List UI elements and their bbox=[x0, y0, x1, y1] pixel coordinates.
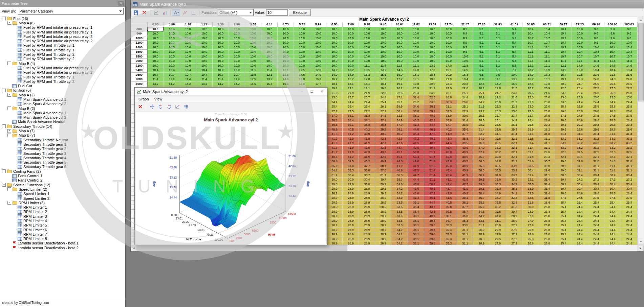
map-cell[interactable]: 40.5 bbox=[343, 127, 359, 132]
map-cell[interactable]: 24.4 bbox=[621, 218, 638, 223]
map-cell[interactable]: 31.8 bbox=[539, 196, 555, 200]
map-cell[interactable]: 10.7 bbox=[555, 54, 572, 59]
map-cell[interactable]: 5.1 bbox=[490, 63, 506, 68]
map-cell[interactable]: 51.5 bbox=[424, 164, 441, 168]
map-cell[interactable]: 10.0 bbox=[375, 27, 391, 31]
map-cell[interactable]: 24.0 bbox=[588, 77, 604, 82]
map-cell[interactable]: 11.1 bbox=[522, 50, 539, 54]
map-cell[interactable]: 24.4 bbox=[621, 100, 638, 104]
map-cell[interactable]: 10.0 bbox=[294, 41, 310, 45]
map-cell[interactable]: 32.1 bbox=[506, 141, 522, 146]
map-cell[interactable]: 28.9 bbox=[343, 196, 359, 200]
map-cell[interactable]: 12.5 bbox=[245, 77, 261, 82]
map-cell[interactable]: 18.4 bbox=[604, 68, 621, 73]
map-cell[interactable]: 33.5 bbox=[391, 223, 408, 228]
map-cell[interactable]: 24.4 bbox=[588, 209, 604, 214]
map-cell[interactable]: 15.3 bbox=[261, 81, 277, 86]
col-header[interactable]: 8.28 bbox=[359, 22, 375, 27]
map-cell[interactable]: 30.0 bbox=[522, 205, 539, 210]
map-cell[interactable]: 11.4 bbox=[539, 59, 555, 64]
map-cell[interactable]: 31.1 bbox=[522, 132, 539, 137]
map-cell[interactable]: 24.4 bbox=[604, 209, 621, 214]
minus-expander-icon[interactable]: - bbox=[7, 62, 11, 65]
map-cell[interactable]: 26.5 bbox=[621, 81, 638, 86]
map-cell[interactable]: 16.0 bbox=[408, 68, 424, 73]
map-cell[interactable]: 13.2 bbox=[261, 77, 277, 82]
map-cell[interactable]: 31.4 bbox=[408, 95, 424, 100]
map-cell[interactable]: 20.9 bbox=[539, 86, 555, 91]
map-cell[interactable]: 17.0 bbox=[359, 77, 375, 82]
map-cell[interactable]: 13.9 bbox=[506, 77, 522, 82]
col-header[interactable]: 4.14 bbox=[261, 22, 277, 27]
map-cell[interactable]: 29.6 bbox=[375, 187, 391, 191]
map-cell[interactable]: 31.1 bbox=[490, 218, 506, 223]
map-cell[interactable]: 10.7 bbox=[522, 36, 539, 41]
map-cell[interactable]: 10.4 bbox=[196, 68, 212, 73]
map-cell[interactable]: 23.0 bbox=[621, 95, 638, 100]
map-cell[interactable]: 28.9 bbox=[359, 228, 375, 232]
map-cell[interactable]: 39.8 bbox=[424, 241, 441, 245]
map-cell[interactable]: 33.2 bbox=[490, 205, 506, 210]
map-cell[interactable]: 39.8 bbox=[424, 218, 441, 223]
map-cell[interactable]: 36.0 bbox=[359, 168, 375, 173]
map-cell[interactable]: 10.0 bbox=[261, 41, 277, 45]
tree-item[interactable]: -Fuel (13) bbox=[1, 16, 125, 21]
map-cell[interactable]: 31.1 bbox=[621, 168, 638, 173]
map-cell[interactable]: 33.2 bbox=[506, 168, 522, 173]
map-cell[interactable]: 10.0 bbox=[261, 54, 277, 59]
map-cell[interactable]: 16.7 bbox=[326, 77, 343, 82]
map-cell[interactable]: 24.7 bbox=[473, 100, 490, 104]
map-cell[interactable]: 12.1 bbox=[539, 63, 555, 68]
map-cell[interactable]: 10.0 bbox=[572, 27, 588, 31]
map-cell[interactable]: 42.3 bbox=[391, 136, 408, 141]
map-cell[interactable]: 10.0 bbox=[343, 41, 359, 45]
map-cell[interactable]: 10.0 bbox=[326, 59, 343, 64]
map-cell[interactable]: 11.1 bbox=[572, 59, 588, 64]
map-cell[interactable]: 10.0 bbox=[180, 27, 196, 31]
map-cell[interactable]: 10.0 bbox=[424, 45, 441, 50]
map-cell[interactable]: 32.5 bbox=[572, 150, 588, 155]
scroll-down-arrow-icon[interactable]: ▼ bbox=[638, 239, 644, 245]
map-cell[interactable]: 10.0 bbox=[212, 50, 229, 54]
map-cell[interactable]: 29.6 bbox=[555, 159, 572, 164]
map-cell[interactable]: 47.9 bbox=[424, 191, 441, 196]
map-cell[interactable]: 40.9 bbox=[424, 214, 441, 219]
map-cell[interactable]: 5.1 bbox=[490, 27, 506, 31]
map-cell[interactable]: 35.3 bbox=[441, 223, 457, 228]
map-cell[interactable]: 22.6 bbox=[555, 86, 572, 91]
map-cell[interactable]: 37.0 bbox=[343, 164, 359, 168]
map-cell[interactable]: 39.8 bbox=[424, 232, 441, 237]
map-cell[interactable]: 5.1 bbox=[473, 31, 490, 36]
map-cell[interactable]: 10.4 bbox=[164, 68, 180, 73]
map-cell[interactable]: 10.0 bbox=[196, 27, 212, 31]
map-cell[interactable]: 21.6 bbox=[621, 72, 638, 77]
map-cell[interactable]: 45.4 bbox=[408, 132, 424, 137]
map-cell[interactable]: 24.4 bbox=[604, 214, 621, 219]
map-cell[interactable]: 24.7 bbox=[572, 81, 588, 86]
map-cell[interactable]: 39.5 bbox=[473, 187, 490, 191]
map-cell[interactable]: 32.5 bbox=[441, 109, 457, 114]
map-cell[interactable]: 29.3 bbox=[604, 123, 621, 127]
col-header[interactable]: 9.46 bbox=[375, 22, 391, 27]
clear-trace-button[interactable] bbox=[136, 103, 144, 110]
map-cell[interactable]: 48.2 bbox=[424, 141, 441, 146]
col-header[interactable]: 0.59 bbox=[164, 22, 180, 27]
tree-item[interactable]: Secondary Throttle gear 1 bbox=[1, 142, 125, 146]
map-cell[interactable]: 31.1 bbox=[539, 173, 555, 178]
map-cell[interactable]: 10.4 bbox=[621, 45, 638, 50]
map-cell[interactable]: 34.2 bbox=[391, 232, 408, 237]
col-header[interactable]: 13.01 bbox=[424, 22, 441, 27]
map-cell[interactable]: 10.7 bbox=[555, 50, 572, 54]
map-cell[interactable]: 41.9 bbox=[359, 136, 375, 141]
map-cell[interactable]: 33.9 bbox=[441, 114, 457, 118]
map-cell[interactable]: 10.0 bbox=[196, 45, 212, 50]
map-cell[interactable]: 24.4 bbox=[572, 241, 588, 245]
map-cell[interactable]: 14.6 bbox=[621, 63, 638, 68]
map-cell[interactable]: 10.0 bbox=[424, 50, 441, 54]
map-cell[interactable]: 12.1 bbox=[261, 72, 277, 77]
map-cell[interactable]: 23.7 bbox=[359, 95, 375, 100]
map-cell[interactable]: 29.3 bbox=[539, 155, 555, 159]
map-cell[interactable]: 45.4 bbox=[441, 173, 457, 178]
map-cell[interactable]: 45.1 bbox=[441, 178, 457, 182]
pan-button[interactable] bbox=[148, 103, 156, 110]
